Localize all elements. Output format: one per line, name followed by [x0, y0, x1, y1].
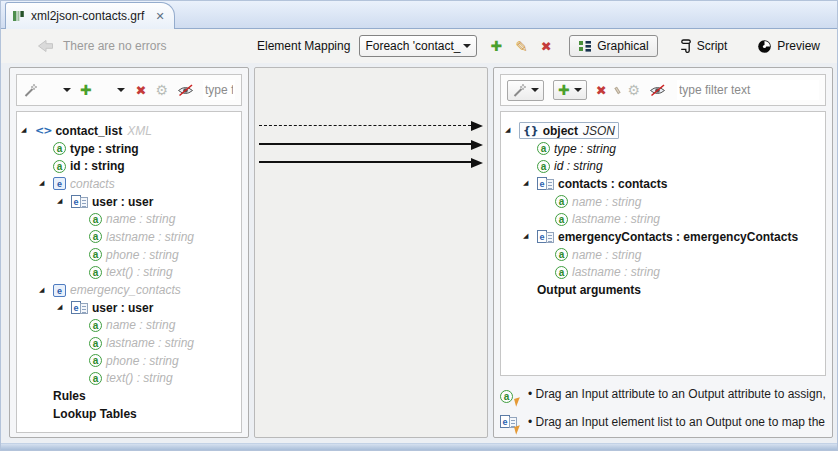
- tree-item[interactable]: ◢euser : user: [17, 299, 241, 317]
- tree-item[interactable]: atype : string: [501, 140, 825, 158]
- expand-triangle-icon[interactable]: ◢: [523, 179, 537, 186]
- tree-item[interactable]: atext() : string: [17, 264, 241, 282]
- tree-item[interactable]: Lookup Tables: [17, 405, 241, 423]
- add-dropdown-icon[interactable]: [117, 88, 125, 92]
- hide-unmapped-icon[interactable]: [649, 84, 666, 97]
- tree-item[interactable]: aphone : string: [17, 246, 241, 264]
- input-panel: ✚ ✖ ⚙ ◢<>contact_listXMLatype : stringai…: [9, 67, 249, 438]
- tree-item[interactable]: ◢eemergencyContacts : emergencyContacts: [501, 228, 825, 246]
- tree-item-label: Output arguments: [537, 283, 641, 297]
- tree-item[interactable]: ◢econtacts : contacts: [501, 175, 825, 193]
- element-list-drag-icon: e: [500, 414, 520, 431]
- expand-triangle-icon[interactable]: ◢: [21, 126, 35, 133]
- mapping-select-value: Foreach 'contact_: [365, 39, 460, 53]
- add-mapping-button[interactable]: ✚: [490, 39, 502, 53]
- attribute-icon: a: [555, 195, 568, 208]
- element-list-icon: e: [71, 300, 88, 315]
- remove-node-button[interactable]: ✖: [596, 84, 607, 97]
- attribute-icon: a: [537, 160, 550, 173]
- tree-item-label: id : string: [554, 159, 603, 173]
- expand-triangle-icon[interactable]: ◢: [57, 303, 71, 310]
- icon-spacer: [35, 407, 49, 420]
- hide-unmapped-icon[interactable]: [177, 84, 194, 97]
- attribute-icon: a: [555, 266, 568, 279]
- hint-text: • Drag an Input element list to an Outpu…: [528, 415, 825, 429]
- tree-item-label: phone : string: [106, 248, 179, 262]
- tree-item-label: Lookup Tables: [53, 407, 137, 421]
- expand-triangle-icon[interactable]: ◢: [523, 232, 537, 239]
- add-node-combo-button[interactable]: ✚: [553, 80, 587, 100]
- tree-item[interactable]: aname : string: [17, 317, 241, 335]
- mapping-arrow[interactable]: [259, 125, 471, 126]
- tree-item[interactable]: aname : string: [17, 210, 241, 228]
- preview-view-button[interactable]: Preview: [748, 35, 829, 58]
- editor-tab[interactable]: xml2json-contacts.grf ✕: [5, 2, 175, 29]
- tree-item-label: name : string: [106, 212, 175, 226]
- tree-item[interactable]: aphone : string: [17, 352, 241, 370]
- edit-mapping-button[interactable]: ✎: [515, 39, 528, 54]
- tab-bar: xml2json-contacts.grf ✕: [1, 1, 837, 29]
- preview-view-label: Preview: [777, 39, 820, 53]
- tree-item[interactable]: ◢<>contact_listXML: [17, 122, 241, 140]
- tree-item[interactable]: alastname : string: [501, 264, 825, 282]
- tree-item[interactable]: Output arguments: [501, 281, 825, 299]
- attribute-icon: a: [89, 248, 102, 261]
- tree-item[interactable]: aid : string: [17, 157, 241, 175]
- hint-row: a• Drag an Input attribute to an Output …: [500, 380, 826, 408]
- eraser-icon[interactable]: [614, 86, 620, 93]
- magic-wand-icon: [512, 83, 527, 98]
- input-panel-toolbar: ✚ ✖ ⚙: [16, 74, 242, 106]
- tree-item[interactable]: ◢eemergency_contacts: [17, 281, 241, 299]
- tree-item[interactable]: ◢econtacts: [17, 175, 241, 193]
- hint-row: e• Drag an Input element list to an Outp…: [500, 408, 826, 436]
- tree-item-label: text() : string: [106, 371, 173, 385]
- tree-item-label: user : user: [92, 301, 153, 315]
- tree-item[interactable]: aname : string: [501, 246, 825, 264]
- tree-item-label: contacts : contacts: [558, 177, 667, 191]
- tree-item[interactable]: atext() : string: [17, 370, 241, 388]
- remove-node-button[interactable]: ✖: [136, 84, 147, 97]
- tree-item-label: emergencyContacts : emergencyContacts: [558, 230, 798, 244]
- input-filter-field[interactable]: [203, 80, 235, 100]
- tree-item-label: name : string: [572, 195, 641, 209]
- tree-item[interactable]: alastname : string: [17, 334, 241, 352]
- tree-item-type-suffix: XML: [127, 124, 152, 138]
- gear-icon[interactable]: ⚙: [627, 82, 640, 98]
- tree-item[interactable]: ◢euser : user: [17, 193, 241, 211]
- view-switch: Graphical Script Preview: [569, 29, 829, 63]
- tree-item[interactable]: atype : string: [17, 140, 241, 158]
- mapping-arrow[interactable]: [259, 143, 471, 145]
- tree-item[interactable]: aname : string: [501, 193, 825, 211]
- element-icon: e: [53, 177, 66, 190]
- window-bottom-trim: [1, 443, 837, 450]
- gear-icon[interactable]: ⚙: [155, 82, 168, 98]
- output-filter-field[interactable]: [677, 80, 819, 100]
- expand-triangle-icon[interactable]: ◢: [57, 197, 71, 204]
- chevron-down-icon: [531, 88, 539, 92]
- tree-item[interactable]: alastname : string: [501, 210, 825, 228]
- graphical-view-button[interactable]: Graphical: [569, 35, 657, 57]
- tree-item[interactable]: alastname : string: [17, 228, 241, 246]
- tree-item[interactable]: aid : string: [501, 157, 825, 175]
- expand-triangle-icon[interactable]: ◢: [505, 126, 519, 133]
- icon-spacer: [35, 390, 49, 403]
- add-node-button[interactable]: ✚: [80, 83, 92, 97]
- tab-title: xml2json-contacts.grf: [31, 9, 144, 23]
- attribute-icon: a: [53, 160, 66, 173]
- magic-wand-button[interactable]: [23, 83, 38, 98]
- tree-item-label: name : string: [572, 248, 641, 262]
- delete-mapping-button[interactable]: ✖: [541, 40, 552, 53]
- expand-triangle-icon[interactable]: ◢: [39, 286, 53, 293]
- selected-node-box: {}objectJSON: [519, 122, 619, 139]
- tree-item-label: type : string: [70, 142, 139, 156]
- attribute-icon: a: [89, 230, 102, 243]
- mapping-select[interactable]: Foreach 'contact_: [359, 35, 477, 57]
- wand-dropdown-icon[interactable]: [63, 88, 71, 92]
- tree-item[interactable]: ◢{}objectJSON: [501, 122, 825, 140]
- expand-triangle-icon[interactable]: ◢: [39, 179, 53, 186]
- mapping-arrow[interactable]: [259, 161, 471, 163]
- magic-wand-combo-button[interactable]: [507, 80, 544, 101]
- tab-close-icon[interactable]: ✕: [155, 10, 164, 23]
- tree-item[interactable]: Rules: [17, 387, 241, 405]
- script-view-button[interactable]: Script: [670, 34, 737, 58]
